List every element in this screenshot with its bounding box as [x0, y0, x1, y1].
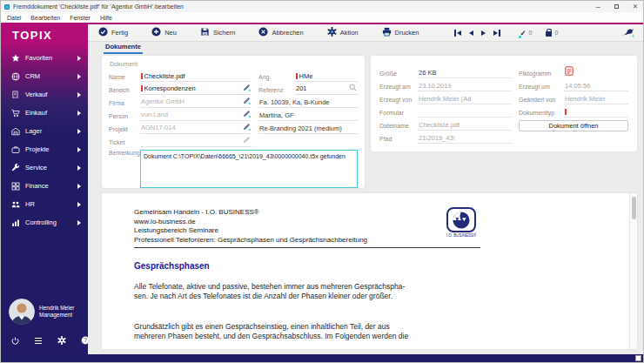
- next-record-button[interactable]: [481, 30, 486, 36]
- locked-counter[interactable]: 0: [546, 29, 558, 37]
- menu-bearbeiten[interactable]: Bearbeiten: [30, 15, 60, 21]
- gear-icon: [327, 27, 337, 38]
- sidebar-item-verkauf[interactable]: Verkauf: [1, 85, 88, 104]
- plus-circle-icon: [151, 27, 161, 38]
- sidebar-item-service[interactable]: Service: [1, 158, 88, 177]
- preview-scrollbar[interactable]: [629, 193, 637, 349]
- sidebar-item-lager[interactable]: Lager: [1, 122, 88, 140]
- sidebar-item-finance[interactable]: Finance: [1, 177, 88, 195]
- required-marker: [565, 109, 567, 115]
- search-icon[interactable]: [349, 84, 357, 93]
- x-circle-icon: [258, 27, 268, 38]
- piktogramm-value: [564, 66, 628, 79]
- chevron-right-icon: [77, 165, 81, 171]
- neu-button[interactable]: Neu: [151, 27, 177, 38]
- doc-header-line: Leistungsbereich Seminare: [134, 226, 480, 236]
- title-bar: Fremddokument 'Checkliste.pdf' für 'Agen…: [1, 1, 643, 12]
- piktogramm-label: Piktogramm: [519, 71, 564, 78]
- chevron-right-icon: [77, 202, 81, 207]
- edit-pencil-icon[interactable]: [243, 110, 251, 119]
- dokumenttyp-value[interactable]: [564, 108, 628, 118]
- last-record-button[interactable]: [493, 30, 500, 37]
- projekt-field[interactable]: AGN17-014: [140, 123, 252, 135]
- referenz-label: Referenz: [258, 87, 295, 95]
- document-header: Gemeinsam Handeln - I.O. BUSINESS® www.i…: [134, 208, 480, 248]
- menu-list-icon[interactable]: [34, 333, 43, 348]
- doc-paragraph: Grundsätzlich gibt es einen Gesprächsein…: [134, 322, 585, 341]
- menu-datei[interactable]: Datei: [7, 15, 21, 21]
- receipt-icon: [10, 91, 20, 99]
- ticket-field[interactable]: [140, 136, 252, 148]
- settings-gear-icon[interactable]: [57, 333, 66, 348]
- name-field[interactable]: Checkliste.pdf: [140, 72, 252, 83]
- first-record-button[interactable]: [454, 30, 461, 37]
- globe-icon: [10, 72, 20, 81]
- menu-fenster[interactable]: Fenster: [70, 15, 91, 21]
- projekt-label: Projekt: [109, 126, 140, 134]
- power-icon[interactable]: [11, 333, 19, 348]
- chevron-right-icon: [77, 220, 81, 225]
- svg-text:?: ?: [84, 337, 87, 343]
- sichern-button[interactable]: Sichern: [200, 27, 235, 38]
- sidebar-item-hr[interactable]: HR: [1, 195, 88, 213]
- fertig-label: Fertig: [111, 29, 128, 37]
- resize-handle[interactable]: [635, 355, 641, 361]
- maximize-icon[interactable]: [614, 4, 619, 9]
- sidebar-item-controlling[interactable]: Controlling: [1, 213, 88, 232]
- edit-pencil-icon-disabled: [243, 136, 251, 145]
- projekt-info: Re-Branding 2021 (medium): [258, 124, 358, 135]
- lock-icon: [546, 31, 552, 37]
- minimize-icon[interactable]: –: [596, 4, 600, 10]
- io-business-logo: I.O. BUSINESS®: [442, 207, 480, 238]
- close-icon[interactable]: ✕: [633, 3, 638, 10]
- scrollbar-thumb[interactable]: [632, 197, 636, 219]
- referenz-field[interactable]: 201: [295, 84, 358, 96]
- user-name: Hendrik Meier: [39, 305, 74, 312]
- dateiname-label: Dateiname: [379, 123, 418, 131]
- sidebar-item-crm[interactable]: CRM: [1, 67, 88, 85]
- doc-heading: Gesprächsphasen: [134, 261, 585, 271]
- aktion-button[interactable]: Aktion: [327, 27, 359, 38]
- app-window: Fremddokument 'Checkliste.pdf' für 'Agen…: [0, 0, 644, 363]
- firma-field[interactable]: Agentur GmbH: [140, 97, 252, 109]
- edit-pencil-icon[interactable]: [243, 84, 251, 93]
- erzeugt-am-label: Erzeugt am: [379, 84, 418, 91]
- floppy-disk-icon: [200, 27, 210, 38]
- doc-header-line: Gemeinsam Handeln - I.O. BUSINESS®: [134, 208, 480, 218]
- edit-pencil-icon[interactable]: [243, 97, 251, 106]
- topix-bird-icon[interactable]: [622, 25, 634, 41]
- edit-pencil-icon[interactable]: [243, 123, 251, 132]
- sidebar-item-label: CRM: [25, 72, 40, 80]
- person-field[interactable]: von Land: [140, 110, 252, 122]
- previous-record-button[interactable]: [469, 30, 473, 36]
- formular-label: Formular: [379, 110, 418, 118]
- formular-value[interactable]: [418, 108, 512, 118]
- sidebar-item-favoriten[interactable]: Favoriten: [1, 49, 88, 67]
- document-preview: Gemeinsam Handeln - I.O. BUSINESS® www.i…: [102, 193, 637, 349]
- bemerkung-textarea[interactable]: Dokument C:\TOPIX\Daten\66665_\21\2019_4…: [140, 150, 358, 188]
- abbrechen-button[interactable]: Abbrechen: [258, 27, 303, 38]
- sidebar-item-einkauf[interactable]: Einkauf: [1, 104, 88, 122]
- sidebar-item-label: Verkauf: [25, 91, 47, 98]
- doc-header-line: www.io-business.de: [134, 218, 480, 227]
- ang-field[interactable]: HMe: [295, 72, 358, 83]
- checked-counter[interactable]: ✓ 0: [520, 29, 532, 37]
- user-profile[interactable]: Hendrik Meier Management: [1, 299, 88, 326]
- tab-dokumente[interactable]: Dokumente: [104, 43, 143, 54]
- sidebar-item-label: HR: [25, 200, 35, 208]
- sidebar-item-projekte[interactable]: Projekte: [1, 140, 88, 158]
- sidebar-item-label: Projekte: [25, 145, 50, 153]
- avatar[interactable]: [9, 299, 35, 325]
- bereich-field[interactable]: Korrespondenzen: [140, 84, 252, 96]
- toolbar: Fertig Neu Sichern Abbrechen Aktion: [88, 24, 643, 42]
- bereich-label: Bereich: [109, 87, 140, 95]
- name-label: Name: [109, 74, 140, 82]
- ang-label: Ang.: [258, 74, 295, 82]
- fertig-button[interactable]: Fertig: [98, 27, 128, 38]
- menu-hilfe[interactable]: Hilfe: [100, 15, 112, 21]
- abbrechen-label: Abbrechen: [272, 29, 303, 37]
- io-business-logo-mark: [446, 207, 476, 232]
- chevron-right-icon: [77, 74, 81, 79]
- dokument-oeffnen-button[interactable]: Dokument öffnen: [519, 120, 628, 131]
- drucken-button[interactable]: Drucken: [382, 27, 419, 38]
